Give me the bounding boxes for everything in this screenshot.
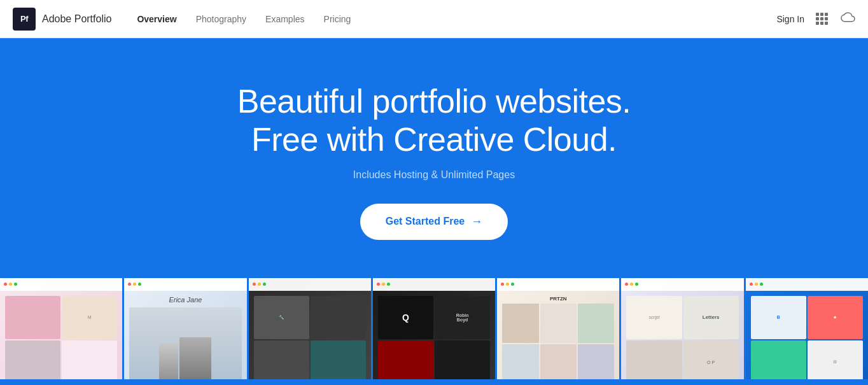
preview-bottom-7 — [746, 379, 868, 385]
preview-content-4: Q Robin Boyd — [373, 291, 495, 385]
browser-bar-6 — [621, 278, 743, 291]
preview-design: script Letters O P — [621, 278, 745, 385]
preview-content-6: script Letters O P — [621, 291, 743, 385]
preview-content-2: Erica Jane — [124, 291, 246, 385]
portfolio-previews: M Erica Jane — [0, 278, 868, 385]
preview-colorful: B ★ ⚙ — [746, 278, 868, 385]
preview-content-3: 🔧 — [249, 291, 371, 385]
preview-architecture: PRTZN — [497, 278, 621, 385]
brand-logo[interactable]: Pf Adobe Portfolio — [13, 8, 111, 31]
creative-cloud-icon[interactable] — [840, 11, 855, 27]
browser-bar-1 — [0, 278, 122, 291]
navbar: Pf Adobe Portfolio Overview Photography … — [0, 0, 868, 38]
browser-bar-2 — [124, 278, 246, 291]
preview-lifestyle: M — [0, 278, 124, 385]
preview-robin-boyd: Q Robin Boyd — [373, 278, 497, 385]
hero-headline: Beautiful portfolio websites. Free with … — [237, 83, 631, 159]
preview-bottom-6 — [621, 379, 743, 385]
cta-arrow: → — [471, 215, 482, 228]
brand-name: Adobe Portfolio — [42, 13, 111, 25]
preview-bottom-5 — [497, 379, 619, 385]
apps-grid-icon[interactable] — [816, 13, 829, 25]
nav-pricing[interactable]: Pricing — [324, 14, 351, 24]
browser-bar-5 — [497, 278, 619, 291]
browser-bar-4 — [373, 278, 495, 291]
preview-content-5: PRTZN — [497, 291, 619, 385]
hero-subtext: Includes Hosting & Unlimited Pages — [353, 169, 515, 181]
brand-icon: Pf — [13, 8, 36, 31]
nav-examples[interactable]: Examples — [265, 14, 304, 24]
preview-bottom-4 — [373, 379, 495, 385]
cta-label: Get Started Free — [386, 216, 465, 227]
cta-button[interactable]: Get Started Free → — [360, 204, 508, 240]
preview-bottom-3 — [249, 379, 371, 385]
preview-content-1: M — [0, 291, 122, 385]
preview-bottom-2 — [124, 379, 246, 385]
nav-photography[interactable]: Photography — [196, 14, 246, 24]
preview-dark-photo: 🔧 — [249, 278, 373, 385]
browser-bar-3 — [249, 278, 371, 291]
sign-in-link[interactable]: Sign In — [776, 14, 804, 24]
hero-section: Beautiful portfolio websites. Free with … — [0, 38, 868, 278]
browser-bar-7 — [746, 278, 868, 291]
navbar-right: Sign In — [776, 11, 855, 27]
nav-overview[interactable]: Overview — [137, 14, 176, 24]
nav-links: Overview Photography Examples Pricing — [137, 14, 776, 24]
preview-content-7: B ★ ⚙ — [746, 291, 868, 385]
preview-bottom-1 — [0, 379, 122, 385]
preview-wedding: Erica Jane — [124, 278, 248, 385]
